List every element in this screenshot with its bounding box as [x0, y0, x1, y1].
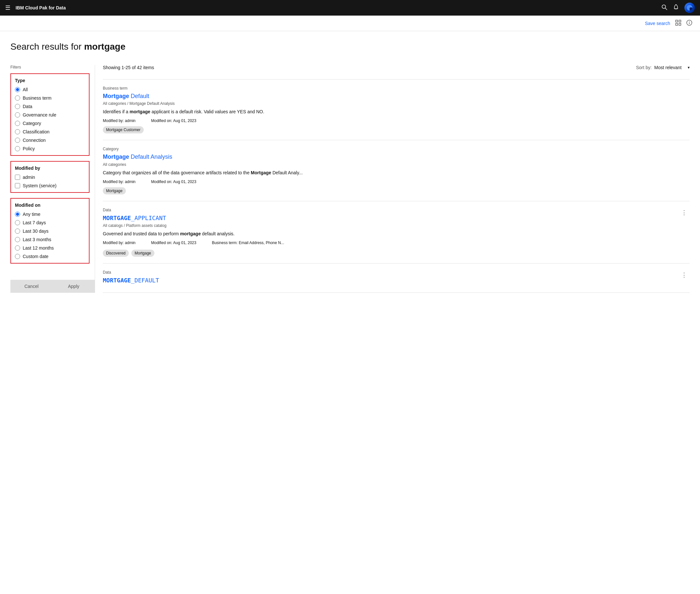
result-path-3: All catalogs / Platform assets catalog [103, 223, 685, 228]
modified-on-custom-date[interactable]: Custom date [15, 254, 85, 259]
type-radio-all-input[interactable] [15, 87, 20, 92]
modified-by-system[interactable]: System (service) [15, 183, 85, 188]
type-radio-category-input[interactable] [15, 121, 20, 126]
search-heading-prefix: Search results for [10, 41, 84, 52]
type-radio-business-term-input[interactable] [15, 95, 20, 101]
modified-on-last-30-days-input[interactable] [15, 229, 20, 234]
type-radio-policy-input[interactable] [15, 146, 20, 151]
brand-product: Cloud Pak for Data [25, 5, 66, 10]
result-title-link-4[interactable]: MORTGAGE_DEFAULT [103, 277, 159, 284]
search-heading: Search results for mortgage [10, 41, 690, 52]
sort-container: Sort by: Most relevant Most recent Alpha… [636, 65, 690, 70]
svg-rect-6 [676, 23, 677, 25]
type-radio-governance-rule-input[interactable] [15, 112, 20, 118]
result-title-4: MORTGAGE_DEFAULT [103, 276, 685, 284]
result-card-2: Category Mortgage Default Analysis All c… [103, 140, 690, 201]
result-card-4: ⋮ Data MORTGAGE_DEFAULT [103, 263, 690, 293]
type-radio-category[interactable]: Category [15, 121, 85, 126]
info-icon[interactable] [687, 20, 692, 27]
sort-select[interactable]: Most relevant Most recent Alphabetical [654, 65, 690, 70]
result-more-button-4[interactable]: ⋮ [680, 270, 688, 280]
modified-on-last-7-days-input[interactable] [15, 220, 20, 225]
type-radio-governance-rule[interactable]: Governance rule [15, 112, 85, 118]
modified-by-admin[interactable]: admin [15, 175, 85, 180]
tag-mortgage-3[interactable]: Mortgage [131, 250, 154, 257]
sort-select-wrapper: Most relevant Most recent Alphabetical ▾ [654, 65, 690, 70]
tag-discovered[interactable]: Discovered [103, 250, 129, 257]
result-tags-1: Mortgage Customer [103, 126, 685, 133]
result-tags-2: Mortgage [103, 187, 685, 194]
type-radio-data[interactable]: Data [15, 104, 85, 109]
modified-by-filter-section: Modified by admin System (service) [10, 161, 90, 193]
type-radio-connection-label: Connection [23, 138, 46, 143]
result-title-rest-2: Default Analysis [129, 154, 172, 160]
modified-on-last-12-months-input[interactable] [15, 245, 20, 251]
modified-on-any-time-input[interactable] [15, 211, 20, 217]
tag-mortgage[interactable]: Mortgage [103, 187, 126, 194]
search-heading-term: mortgage [84, 41, 126, 52]
notification-icon[interactable] [673, 4, 679, 12]
result-desc-bold-3: mortgage [180, 231, 201, 236]
result-type-1: Business term [103, 86, 685, 91]
svg-rect-5 [679, 20, 681, 22]
result-title-rest-4: _DEFAULT [131, 277, 159, 284]
results-count: Showing 1-25 of 42 items [103, 65, 154, 70]
type-radio-data-input[interactable] [15, 104, 20, 109]
result-title-highlight-4: MORTGAGE [103, 277, 131, 284]
save-search-link[interactable]: Save search [645, 21, 670, 26]
type-radio-business-term[interactable]: Business term [15, 95, 85, 101]
modified-on-last-7-days-label: Last 7 days [23, 220, 46, 225]
modified-by-checkbox-group: admin System (service) [15, 175, 85, 188]
type-radio-governance-rule-label: Governance rule [23, 112, 57, 118]
modified-on-last-12-months-label: Last 12 months [23, 245, 54, 251]
result-type-4: Data [103, 270, 685, 274]
grid-icon[interactable] [675, 20, 681, 27]
modified-by-admin-input[interactable] [15, 175, 20, 180]
topnav-right [661, 3, 695, 13]
result-title-1: Mortgage Default [103, 93, 685, 100]
result-title-highlight-3: MORTGAGE [103, 214, 131, 221]
modified-on-last-7-days[interactable]: Last 7 days [15, 220, 85, 225]
cancel-button[interactable]: Cancel [10, 280, 53, 293]
avatar[interactable] [685, 3, 695, 13]
type-radio-connection[interactable]: Connection [15, 138, 85, 143]
type-radio-connection-input[interactable] [15, 138, 20, 143]
result-more-button-3[interactable]: ⋮ [680, 208, 688, 218]
modified-on-last-3-months-input[interactable] [15, 237, 20, 242]
type-radio-data-label: Data [23, 104, 32, 109]
result-meta-2: Modified by: admin Modified on: Aug 01, … [103, 179, 685, 184]
result-desc-post-2: Default Analy... [271, 170, 303, 175]
modified-on-last-30-days-label: Last 30 days [23, 229, 48, 234]
filter-actions: Cancel Apply [10, 280, 95, 293]
modified-on-last-12-months[interactable]: Last 12 months [15, 245, 85, 251]
type-radio-policy[interactable]: Policy [15, 146, 85, 151]
modified-on-last-30-days[interactable]: Last 30 days [15, 229, 85, 234]
search-icon[interactable] [661, 4, 668, 12]
hamburger-icon[interactable]: ☰ [5, 4, 10, 11]
modified-on-filter-section: Modified on Any time Last 7 days Last [10, 198, 90, 264]
modified-by-system-input[interactable] [15, 183, 20, 188]
type-radio-classification[interactable]: Classification [15, 129, 85, 134]
results-area: Showing 1-25 of 42 items Sort by: Most r… [95, 65, 690, 293]
result-title-2: Mortgage Default Analysis [103, 153, 685, 161]
secondary-bar: Save search [0, 15, 700, 31]
modified-on-radio-group: Any time Last 7 days Last 30 days L [15, 211, 85, 259]
result-title-link-1[interactable]: Mortgage Default [103, 93, 149, 99]
result-desc-pre-2: Category that organizes all of the data … [103, 170, 251, 175]
type-radio-classification-input[interactable] [15, 129, 20, 134]
modified-on-custom-date-label: Custom date [23, 254, 48, 259]
modified-on-any-time[interactable]: Any time [15, 211, 85, 217]
result-meta-3: Modified by: admin Modified on: Aug 01, … [103, 240, 685, 246]
result-title-link-3[interactable]: MORTGAGE_APPLICANT [103, 215, 166, 221]
type-filter-section: Type All Business term Data [10, 73, 90, 156]
type-radio-all[interactable]: All [15, 87, 85, 92]
modified-on-last-3-months[interactable]: Last 3 months [15, 237, 85, 242]
modified-on-custom-date-input[interactable] [15, 254, 20, 259]
topnav-left: ☰ IBM Cloud Pak for Data [5, 4, 66, 11]
type-radio-policy-label: Policy [23, 146, 35, 151]
result-business-term-3: Business term: Email Address, Phone N... [212, 240, 284, 246]
tag-mortgage-customer[interactable]: Mortgage Customer [103, 126, 144, 133]
type-radio-classification-label: Classification [23, 129, 49, 134]
result-title-link-2[interactable]: Mortgage Default Analysis [103, 154, 172, 160]
apply-button[interactable]: Apply [53, 280, 95, 293]
